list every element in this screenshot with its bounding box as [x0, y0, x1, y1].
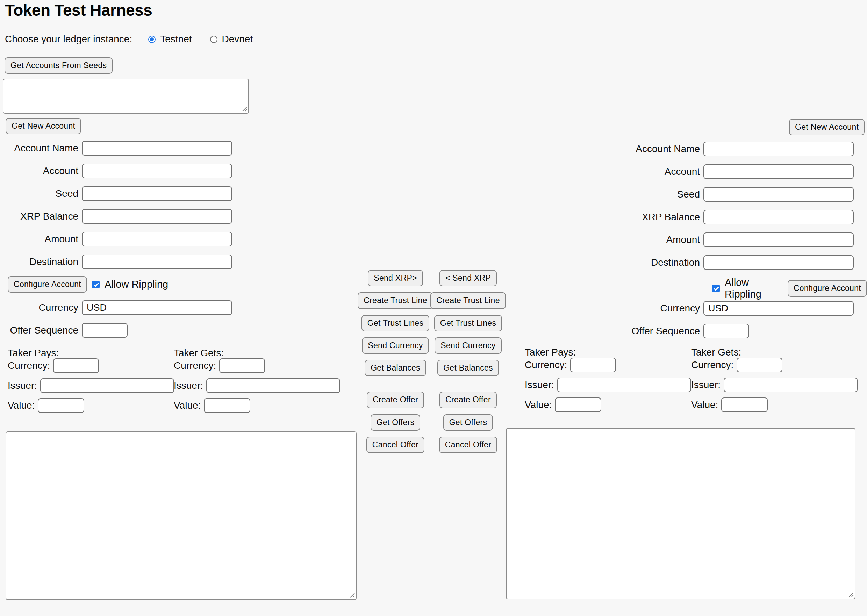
account1-account-input[interactable] [82, 163, 232, 178]
account2-account-row: Account [595, 164, 854, 179]
account1-get-new-account-button[interactable]: Get New Account [6, 118, 81, 134]
account2-taker-gets-currency-input[interactable] [737, 358, 782, 372]
testnet-radio-icon[interactable] [148, 36, 155, 43]
account2-taker-pays-value-input[interactable] [555, 398, 601, 412]
account2-taker-gets-section: Taker Gets: Currency: Issuer: Value: [691, 347, 858, 412]
account1-results-textarea[interactable] [6, 431, 357, 600]
taker-value-row: Value: [174, 398, 340, 413]
account2-taker-gets-issuer-input[interactable] [724, 377, 858, 392]
account2-results-wrap [506, 428, 856, 599]
account1-taker-gets-section: Taker Gets: Currency: Issuer: Value: [174, 348, 340, 413]
create-offer-2-button[interactable]: Create Offer [440, 391, 497, 408]
get-offers-1-button[interactable]: Get Offers [371, 414, 421, 431]
create-trust-line-1-button[interactable]: Create Trust Line [358, 292, 433, 309]
send-xrp-left-button[interactable]: < Send XRP [440, 270, 497, 286]
account1-taker-gets-issuer-input[interactable] [206, 378, 340, 393]
account1-seed-label: Seed [0, 188, 78, 199]
account1-taker-gets-currency-input[interactable] [219, 358, 265, 373]
account2-offer-sequence-row: Offer Sequence [595, 324, 854, 338]
get-accounts-from-seeds-button[interactable]: Get Accounts From Seeds [5, 57, 113, 74]
account2-destination-input[interactable] [704, 255, 854, 270]
account1-taker-pays-value-input[interactable] [38, 398, 84, 413]
account2-results-textarea[interactable] [506, 428, 856, 599]
testnet-radio-label: Testnet [160, 33, 192, 45]
account1-taker-pays-section: Taker Pays: Currency: Issuer: Value: [8, 348, 174, 413]
taker-issuer-label: Issuer: [174, 380, 203, 391]
radio-option-devnet[interactable]: Devnet [210, 33, 253, 45]
account1-account-name-input[interactable] [82, 141, 232, 156]
account2-xrp-balance-row: XRP Balance [595, 210, 854, 225]
account1-amount-input[interactable] [82, 232, 232, 247]
account1-configure-row: Configure Account Allow Rippling [8, 276, 168, 292]
taker-currency-row: Currency: [525, 358, 691, 372]
account1-allow-rippling-label: Allow Rippling [105, 279, 168, 290]
cancel-offer-2-button[interactable]: Cancel Offer [439, 437, 497, 453]
account1-currency-row: Currency [0, 300, 232, 315]
account1-currency-input[interactable] [82, 300, 232, 315]
account2-taker-gets-value-input[interactable] [721, 398, 768, 412]
account2-xrp-balance-input[interactable] [704, 210, 854, 225]
account1-currency-label: Currency [0, 302, 78, 313]
taker-issuer-row: Issuer: [8, 378, 174, 393]
get-trust-lines-1-button[interactable]: Get Trust Lines [361, 315, 429, 332]
account2-offer-sequence-input[interactable] [704, 324, 749, 338]
account2-taker-pays-section: Taker Pays: Currency: Issuer: Value: [525, 347, 691, 412]
account2-currency-row: Currency [595, 301, 854, 316]
create-trust-line-2-button[interactable]: Create Trust Line [430, 292, 506, 309]
account2-offer-sequence-label: Offer Sequence [595, 325, 700, 337]
account1-destination-row: Destination [0, 255, 232, 269]
account2-taker-pays-heading: Taker Pays: [525, 347, 691, 358]
account1-account-row: Account [0, 163, 232, 178]
account1-seed-input[interactable] [82, 186, 232, 201]
account2-account-input[interactable] [704, 164, 854, 179]
account2-amount-input[interactable] [704, 233, 854, 247]
account2-taker-pays-issuer-input[interactable] [557, 377, 691, 392]
radio-option-testnet[interactable]: Testnet [148, 33, 192, 45]
get-balances-1-button[interactable]: Get Balances [364, 360, 426, 376]
devnet-radio-icon[interactable] [210, 36, 217, 43]
cancel-offer-1-button[interactable]: Cancel Offer [366, 437, 424, 453]
taker-issuer-row: Issuer: [525, 377, 691, 392]
account1-amount-label: Amount [0, 234, 78, 245]
account2-allow-rippling-checkbox[interactable] [712, 284, 720, 292]
account1-taker-pays-issuer-input[interactable] [40, 378, 174, 393]
taker-issuer-label: Issuer: [525, 379, 554, 391]
account1-offer-sequence-label: Offer Sequence [0, 325, 78, 336]
account1-destination-input[interactable] [82, 255, 232, 269]
seeds-textarea[interactable] [3, 79, 249, 114]
send-currency-1-button[interactable]: Send Currency [362, 337, 429, 354]
account1-configure-account-button[interactable]: Configure Account [8, 276, 87, 292]
account2-currency-input[interactable] [704, 301, 854, 316]
taker-value-label: Value: [691, 399, 718, 410]
account2-seed-input[interactable] [704, 187, 854, 202]
devnet-radio-label: Devnet [222, 33, 253, 45]
account2-seed-label: Seed [595, 189, 700, 200]
account2-get-new-account-button[interactable]: Get New Account [789, 119, 865, 135]
token-test-harness-page: { "page": { "title": "Token Test Harness… [0, 0, 867, 616]
send-currency-2-button[interactable]: Send Currency [435, 337, 501, 354]
account1-offer-sequence-input[interactable] [82, 323, 127, 338]
account1-offer-sequence-row: Offer Sequence [0, 323, 232, 338]
get-trust-lines-2-button[interactable]: Get Trust Lines [434, 315, 502, 332]
account2-taker-pays-currency-input[interactable] [570, 358, 616, 372]
account1-xrp-balance-input[interactable] [82, 209, 232, 224]
account2-account-name-row: Account Name [595, 141, 854, 156]
send-xrp-right-button[interactable]: Send XRP> [368, 270, 423, 286]
account2-configure-account-button[interactable]: Configure Account [788, 280, 867, 297]
account1-amount-row: Amount [0, 232, 232, 247]
account2-account-name-input[interactable] [704, 141, 854, 156]
account2-destination-label: Destination [595, 257, 700, 268]
actions-column-account2: < Send XRP Create Trust Line Get Trust L… [432, 270, 504, 459]
account1-allow-rippling-checkbox[interactable] [92, 281, 100, 288]
account1-taker-gets-value-input[interactable] [204, 398, 250, 413]
account1-xrp-balance-label: XRP Balance [0, 211, 78, 222]
account2-account-label: Account [595, 166, 700, 177]
create-offer-1-button[interactable]: Create Offer [367, 391, 424, 408]
account1-taker-pays-currency-input[interactable] [53, 358, 99, 373]
get-offers-2-button[interactable]: Get Offers [443, 414, 493, 431]
get-balances-2-button[interactable]: Get Balances [437, 360, 499, 376]
taker-value-label: Value: [525, 399, 552, 410]
account2-seed-row: Seed [595, 187, 854, 202]
taker-currency-label: Currency: [174, 360, 216, 371]
taker-currency-row: Currency: [174, 358, 340, 373]
